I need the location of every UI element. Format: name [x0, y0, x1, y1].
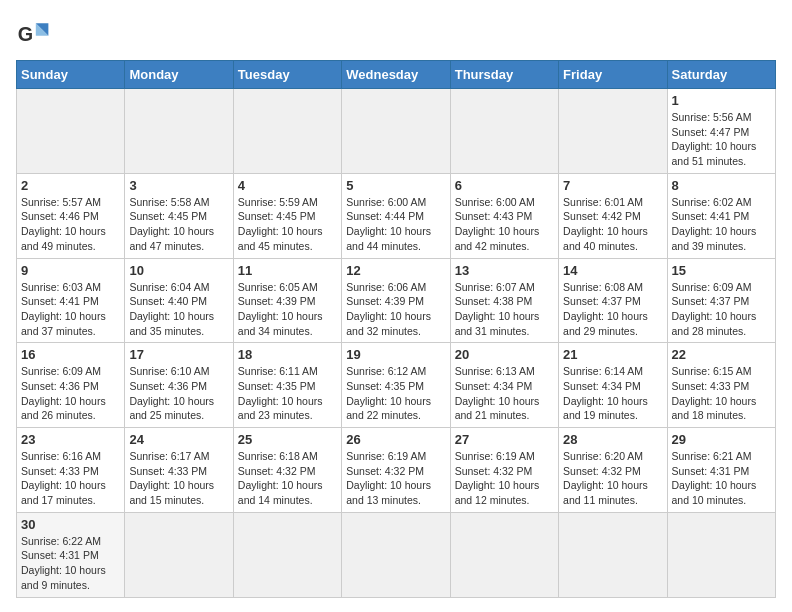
day-header-wednesday: Wednesday — [342, 61, 450, 89]
day-info: Sunrise: 6:15 AMSunset: 4:33 PMDaylight:… — [672, 364, 771, 423]
day-header-sunday: Sunday — [17, 61, 125, 89]
day-number: 14 — [563, 263, 662, 278]
day-info: Sunrise: 6:19 AMSunset: 4:32 PMDaylight:… — [455, 449, 554, 508]
svg-text:G: G — [18, 23, 33, 45]
day-header-friday: Friday — [559, 61, 667, 89]
day-number: 16 — [21, 347, 120, 362]
day-number: 17 — [129, 347, 228, 362]
day-number: 19 — [346, 347, 445, 362]
day-header-tuesday: Tuesday — [233, 61, 341, 89]
calendar-cell: 18Sunrise: 6:11 AMSunset: 4:35 PMDayligh… — [233, 343, 341, 428]
day-info: Sunrise: 6:02 AMSunset: 4:41 PMDaylight:… — [672, 195, 771, 254]
day-number: 24 — [129, 432, 228, 447]
day-info: Sunrise: 6:03 AMSunset: 4:41 PMDaylight:… — [21, 280, 120, 339]
day-info: Sunrise: 6:13 AMSunset: 4:34 PMDaylight:… — [455, 364, 554, 423]
day-info: Sunrise: 5:57 AMSunset: 4:46 PMDaylight:… — [21, 195, 120, 254]
day-info: Sunrise: 6:19 AMSunset: 4:32 PMDaylight:… — [346, 449, 445, 508]
day-header-thursday: Thursday — [450, 61, 558, 89]
day-number: 21 — [563, 347, 662, 362]
day-info: Sunrise: 6:14 AMSunset: 4:34 PMDaylight:… — [563, 364, 662, 423]
calendar-cell: 12Sunrise: 6:06 AMSunset: 4:39 PMDayligh… — [342, 258, 450, 343]
calendar-week-1: 2Sunrise: 5:57 AMSunset: 4:46 PMDaylight… — [17, 173, 776, 258]
calendar-cell: 15Sunrise: 6:09 AMSunset: 4:37 PMDayligh… — [667, 258, 775, 343]
calendar-cell: 16Sunrise: 6:09 AMSunset: 4:36 PMDayligh… — [17, 343, 125, 428]
day-info: Sunrise: 6:09 AMSunset: 4:37 PMDaylight:… — [672, 280, 771, 339]
day-info: Sunrise: 6:09 AMSunset: 4:36 PMDaylight:… — [21, 364, 120, 423]
calendar-cell: 23Sunrise: 6:16 AMSunset: 4:33 PMDayligh… — [17, 428, 125, 513]
calendar-cell — [125, 89, 233, 174]
calendar-cell: 14Sunrise: 6:08 AMSunset: 4:37 PMDayligh… — [559, 258, 667, 343]
day-number: 18 — [238, 347, 337, 362]
calendar-week-2: 9Sunrise: 6:03 AMSunset: 4:41 PMDaylight… — [17, 258, 776, 343]
calendar-week-5: 30Sunrise: 6:22 AMSunset: 4:31 PMDayligh… — [17, 512, 776, 597]
calendar-cell: 26Sunrise: 6:19 AMSunset: 4:32 PMDayligh… — [342, 428, 450, 513]
calendar-cell: 9Sunrise: 6:03 AMSunset: 4:41 PMDaylight… — [17, 258, 125, 343]
calendar-week-4: 23Sunrise: 6:16 AMSunset: 4:33 PMDayligh… — [17, 428, 776, 513]
calendar-cell: 25Sunrise: 6:18 AMSunset: 4:32 PMDayligh… — [233, 428, 341, 513]
day-number: 22 — [672, 347, 771, 362]
day-info: Sunrise: 6:05 AMSunset: 4:39 PMDaylight:… — [238, 280, 337, 339]
day-info: Sunrise: 6:22 AMSunset: 4:31 PMDaylight:… — [21, 534, 120, 593]
day-number: 26 — [346, 432, 445, 447]
calendar-cell — [17, 89, 125, 174]
calendar-cell: 11Sunrise: 6:05 AMSunset: 4:39 PMDayligh… — [233, 258, 341, 343]
calendar-cell: 20Sunrise: 6:13 AMSunset: 4:34 PMDayligh… — [450, 343, 558, 428]
calendar-cell: 2Sunrise: 5:57 AMSunset: 4:46 PMDaylight… — [17, 173, 125, 258]
day-info: Sunrise: 6:18 AMSunset: 4:32 PMDaylight:… — [238, 449, 337, 508]
day-number: 28 — [563, 432, 662, 447]
calendar-cell — [450, 89, 558, 174]
calendar-cell — [450, 512, 558, 597]
day-info: Sunrise: 5:58 AMSunset: 4:45 PMDaylight:… — [129, 195, 228, 254]
day-info: Sunrise: 6:00 AMSunset: 4:44 PMDaylight:… — [346, 195, 445, 254]
calendar-cell — [559, 512, 667, 597]
day-info: Sunrise: 6:20 AMSunset: 4:32 PMDaylight:… — [563, 449, 662, 508]
day-header-saturday: Saturday — [667, 61, 775, 89]
day-info: Sunrise: 6:12 AMSunset: 4:35 PMDaylight:… — [346, 364, 445, 423]
calendar-cell — [233, 89, 341, 174]
day-info: Sunrise: 5:56 AMSunset: 4:47 PMDaylight:… — [672, 110, 771, 169]
day-number: 5 — [346, 178, 445, 193]
calendar-cell: 19Sunrise: 6:12 AMSunset: 4:35 PMDayligh… — [342, 343, 450, 428]
day-number: 30 — [21, 517, 120, 532]
calendar-week-0: 1Sunrise: 5:56 AMSunset: 4:47 PMDaylight… — [17, 89, 776, 174]
calendar-cell: 30Sunrise: 6:22 AMSunset: 4:31 PMDayligh… — [17, 512, 125, 597]
calendar-cell: 4Sunrise: 5:59 AMSunset: 4:45 PMDaylight… — [233, 173, 341, 258]
calendar-cell: 22Sunrise: 6:15 AMSunset: 4:33 PMDayligh… — [667, 343, 775, 428]
calendar-cell: 28Sunrise: 6:20 AMSunset: 4:32 PMDayligh… — [559, 428, 667, 513]
calendar-cell — [559, 89, 667, 174]
day-number: 11 — [238, 263, 337, 278]
calendar-week-3: 16Sunrise: 6:09 AMSunset: 4:36 PMDayligh… — [17, 343, 776, 428]
day-info: Sunrise: 6:00 AMSunset: 4:43 PMDaylight:… — [455, 195, 554, 254]
day-info: Sunrise: 6:21 AMSunset: 4:31 PMDaylight:… — [672, 449, 771, 508]
day-info: Sunrise: 6:07 AMSunset: 4:38 PMDaylight:… — [455, 280, 554, 339]
calendar-cell: 29Sunrise: 6:21 AMSunset: 4:31 PMDayligh… — [667, 428, 775, 513]
day-info: Sunrise: 6:11 AMSunset: 4:35 PMDaylight:… — [238, 364, 337, 423]
calendar-cell: 21Sunrise: 6:14 AMSunset: 4:34 PMDayligh… — [559, 343, 667, 428]
day-number: 2 — [21, 178, 120, 193]
day-number: 13 — [455, 263, 554, 278]
day-number: 12 — [346, 263, 445, 278]
day-number: 25 — [238, 432, 337, 447]
calendar-cell: 27Sunrise: 6:19 AMSunset: 4:32 PMDayligh… — [450, 428, 558, 513]
day-info: Sunrise: 6:16 AMSunset: 4:33 PMDaylight:… — [21, 449, 120, 508]
day-number: 1 — [672, 93, 771, 108]
page-header: G — [16, 16, 776, 52]
day-number: 23 — [21, 432, 120, 447]
day-number: 27 — [455, 432, 554, 447]
calendar-cell: 1Sunrise: 5:56 AMSunset: 4:47 PMDaylight… — [667, 89, 775, 174]
calendar-cell: 13Sunrise: 6:07 AMSunset: 4:38 PMDayligh… — [450, 258, 558, 343]
calendar-header-row: SundayMondayTuesdayWednesdayThursdayFrid… — [17, 61, 776, 89]
day-info: Sunrise: 6:08 AMSunset: 4:37 PMDaylight:… — [563, 280, 662, 339]
day-number: 15 — [672, 263, 771, 278]
calendar-cell: 7Sunrise: 6:01 AMSunset: 4:42 PMDaylight… — [559, 173, 667, 258]
calendar: SundayMondayTuesdayWednesdayThursdayFrid… — [16, 60, 776, 598]
day-number: 20 — [455, 347, 554, 362]
day-info: Sunrise: 5:59 AMSunset: 4:45 PMDaylight:… — [238, 195, 337, 254]
day-info: Sunrise: 6:01 AMSunset: 4:42 PMDaylight:… — [563, 195, 662, 254]
day-header-monday: Monday — [125, 61, 233, 89]
day-number: 29 — [672, 432, 771, 447]
calendar-cell: 24Sunrise: 6:17 AMSunset: 4:33 PMDayligh… — [125, 428, 233, 513]
calendar-cell — [667, 512, 775, 597]
calendar-cell: 17Sunrise: 6:10 AMSunset: 4:36 PMDayligh… — [125, 343, 233, 428]
calendar-cell — [342, 89, 450, 174]
